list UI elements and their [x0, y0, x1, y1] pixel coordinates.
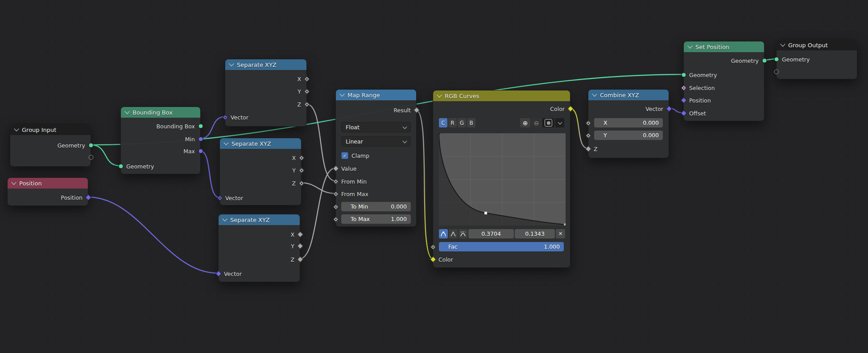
node-rgb-curves[interactable]: RGB Curves Color C R G B ⊕ ⊖	[433, 90, 570, 268]
collapse-chevron-icon[interactable]	[780, 41, 785, 46]
zoom-out-icon[interactable]: ⊖	[531, 118, 541, 127]
node-header[interactable]: Set Position	[684, 41, 764, 52]
socket-label-z: Z	[297, 101, 301, 108]
node-header[interactable]: Separate XYZ	[225, 59, 306, 70]
node-title: Position	[19, 180, 42, 187]
virtual-output-socket[interactable]	[89, 155, 94, 160]
curve-point-end	[564, 224, 566, 226]
curve-tools-dropdown[interactable]	[555, 118, 564, 127]
socket-label-x: X	[292, 155, 296, 161]
socket-label-geometry: Geometry	[126, 163, 154, 170]
node-title: Separate XYZ	[237, 62, 277, 68]
node-title: RGB Curves	[445, 93, 479, 99]
to-max-field[interactable]: To Max 1.000	[341, 214, 411, 224]
x-value: 0.000	[643, 119, 659, 126]
x-value-field[interactable]: X 0.000	[594, 118, 663, 127]
node-bounding-box[interactable]: Bounding Box Bounding Box Min Max Geomet…	[120, 107, 201, 174]
node-header[interactable]: RGB Curves	[433, 90, 570, 101]
geometry-output-socket[interactable]	[89, 143, 94, 148]
socket-label-x: X	[290, 231, 294, 238]
collapse-chevron-icon[interactable]	[223, 140, 228, 145]
socket-label-from-max: From Max	[341, 191, 368, 197]
to-min-label: To Min	[351, 203, 368, 210]
handle-vector-button[interactable]	[449, 229, 458, 238]
node-header[interactable]: Group Input	[10, 124, 91, 135]
geometry-input-socket[interactable]	[682, 73, 686, 78]
node-title: Combine XYZ	[600, 92, 639, 99]
collapse-chevron-icon[interactable]	[592, 91, 597, 96]
channel-c-button[interactable]: C	[439, 118, 447, 127]
chevron-down-icon	[403, 124, 407, 129]
channel-b-button[interactable]: B	[467, 118, 475, 127]
node-title: Map Range	[347, 92, 380, 99]
collapse-chevron-icon[interactable]	[124, 109, 129, 114]
to-max-label: To Max	[351, 216, 370, 222]
min-output-socket[interactable]	[198, 137, 203, 142]
node-header[interactable]: Separate XYZ	[220, 138, 301, 149]
virtual-input-socket[interactable]	[774, 70, 779, 74]
collapse-chevron-icon[interactable]	[437, 92, 442, 97]
node-separate-xyz-2[interactable]: Separate XYZ X Y Z Vector	[219, 138, 302, 205]
point-x-field[interactable]: 0.3704	[468, 229, 514, 238]
curve-widget[interactable]	[439, 133, 566, 226]
channel-g-button[interactable]: G	[458, 118, 466, 127]
socket-label-position: Position	[689, 97, 711, 104]
node-set-position[interactable]: Set Position Geometry Geometry Selection…	[683, 41, 765, 121]
collapse-chevron-icon[interactable]	[687, 43, 692, 48]
geometry-input-socket[interactable]	[774, 57, 779, 62]
node-header[interactable]: Bounding Box	[121, 107, 200, 118]
node-editor-canvas[interactable]: Group Input Geometry Position Position B…	[0, 0, 868, 353]
handle-auto-clamped-button[interactable]	[459, 229, 467, 238]
node-header[interactable]: Combine XYZ	[588, 90, 669, 100]
socket-label-y: Y	[298, 88, 301, 95]
y-value-field[interactable]: Y 0.000	[594, 131, 663, 140]
to-min-value: 0.000	[391, 203, 407, 210]
socket-label-vector: Vector	[645, 106, 663, 112]
collapse-chevron-icon[interactable]	[11, 180, 16, 185]
clipping-icon	[545, 119, 552, 127]
geometry-input-socket[interactable]	[119, 164, 124, 169]
chevron-down-icon	[558, 120, 562, 124]
node-title: Group Output	[788, 42, 828, 49]
node-position[interactable]: Position Position	[7, 177, 88, 206]
node-separate-xyz-1[interactable]: Separate XYZ X Y Z Vector	[225, 59, 307, 127]
node-group-output[interactable]: Group Output Geometry	[776, 39, 857, 79]
socket-label-vector: Vector	[225, 195, 243, 201]
collapse-chevron-icon[interactable]	[339, 91, 344, 96]
node-title: Separate XYZ	[230, 217, 270, 223]
interpolation-dropdown[interactable]: Linear	[341, 136, 411, 147]
data-type-dropdown[interactable]: Float	[341, 122, 411, 132]
collapse-chevron-icon[interactable]	[14, 126, 19, 131]
data-type-value: Float	[346, 124, 360, 131]
channel-r-button[interactable]: R	[448, 118, 457, 127]
node-header[interactable]: Group Output	[777, 40, 857, 50]
node-header[interactable]: Position	[8, 178, 88, 189]
curve-point-selected	[484, 212, 487, 214]
handle-auto-button[interactable]	[439, 229, 448, 238]
clamp-checkbox[interactable]: ✓	[341, 152, 348, 159]
max-output-socket[interactable]	[198, 149, 203, 154]
socket-label-z: Z	[594, 146, 598, 152]
clipping-options-button[interactable]	[542, 118, 554, 127]
node-combine-xyz[interactable]: Combine XYZ Vector X 0.000 Y 0.000 Z	[588, 89, 669, 158]
node-header[interactable]: Map Range	[336, 90, 416, 100]
fac-slider[interactable]: Fac 1.000	[439, 242, 564, 251]
collapse-chevron-icon[interactable]	[222, 216, 227, 221]
node-group-input[interactable]: Group Input Geometry	[10, 124, 91, 167]
collapse-chevron-icon[interactable]	[229, 61, 234, 66]
node-header[interactable]: Separate XYZ	[219, 214, 300, 225]
bounding-box-output-socket[interactable]	[198, 124, 203, 129]
node-separate-xyz-3[interactable]: Separate XYZ X Y Z Vector	[218, 214, 300, 282]
socket-label-geometry: Geometry	[58, 142, 85, 149]
delete-point-button[interactable]: ✕	[556, 229, 565, 238]
to-max-value: 1.000	[391, 216, 407, 222]
curve-plot	[439, 133, 566, 226]
point-y-field[interactable]: 0.1343	[515, 229, 555, 238]
interpolation-value: Linear	[346, 138, 363, 145]
socket-label-geometry: Geometry	[782, 56, 810, 63]
to-min-field[interactable]: To Min 0.000	[341, 202, 411, 211]
socket-label-from-min: From Min	[341, 178, 367, 185]
node-map-range[interactable]: Map Range Result Float Linear ✓ Clamp Va…	[335, 89, 417, 227]
geometry-output-socket[interactable]	[762, 58, 767, 63]
zoom-in-icon[interactable]: ⊕	[520, 118, 530, 127]
